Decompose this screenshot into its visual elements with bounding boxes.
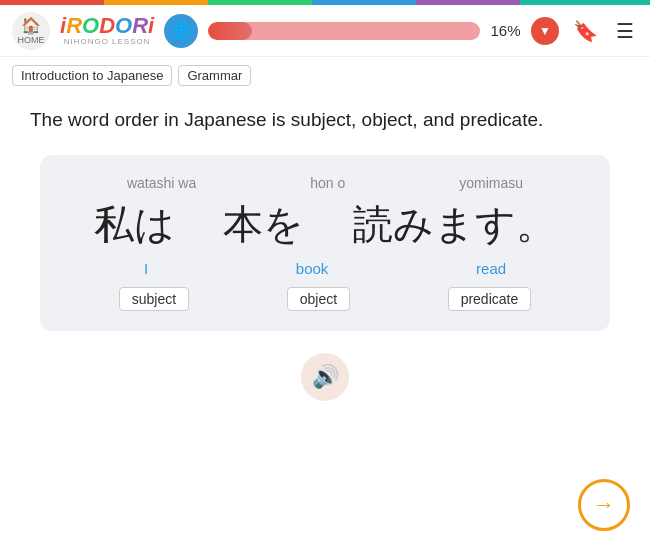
- progress-dropdown-button[interactable]: ▼: [531, 17, 559, 45]
- japanese-char-1: 私は: [94, 197, 175, 252]
- label-subject: subject: [119, 287, 189, 311]
- home-label: HOME: [18, 35, 45, 45]
- next-icon: →: [593, 492, 615, 518]
- audio-icon: 🔊: [312, 364, 339, 390]
- home-button[interactable]: 🏠 HOME: [12, 12, 50, 50]
- progress-section: 16% ▼: [208, 17, 559, 45]
- bookmark-button[interactable]: 🔖: [569, 15, 602, 47]
- logo-tagline: NIHONGO LESSON: [64, 37, 151, 46]
- japanese-char-3: 読みます。: [353, 197, 556, 252]
- main-content: The word order in Japanese is subject, o…: [0, 90, 650, 417]
- translation-2: book: [296, 260, 329, 277]
- japanese-char-2: 本を: [223, 197, 304, 252]
- progress-fill: [208, 22, 251, 40]
- breadcrumb: Introduction to Japanese Grammar: [0, 57, 650, 90]
- dropdown-icon: ▼: [539, 24, 551, 38]
- translation-1: I: [144, 260, 148, 277]
- breadcrumb-item-2[interactable]: Grammar: [178, 65, 251, 86]
- label-predicate: predicate: [448, 287, 532, 311]
- translation-row: I book read: [70, 260, 580, 277]
- romanji-2: hon o: [310, 175, 345, 191]
- label-object: object: [287, 287, 350, 311]
- label-row: subject object predicate: [70, 287, 580, 311]
- translate-button[interactable]: 🌐: [164, 14, 198, 48]
- progress-text: 16%: [488, 22, 523, 39]
- audio-button[interactable]: 🔊: [301, 353, 349, 401]
- breadcrumb-item-1[interactable]: Introduction to Japanese: [12, 65, 172, 86]
- logo: iRODORi NIHONGO LESSON: [60, 15, 154, 46]
- romanji-3: yomimasu: [459, 175, 523, 191]
- japanese-text-row: 私は 本を 読みます。: [70, 197, 580, 252]
- romanji-1: watashi wa: [127, 175, 196, 191]
- romanji-row: watashi wa hon o yomimasu: [70, 175, 580, 191]
- progress-bar: [208, 22, 480, 40]
- description-text: The word order in Japanese is subject, o…: [30, 106, 620, 135]
- header: 🏠 HOME iRODORi NIHONGO LESSON 🌐 16% ▼ 🔖 …: [0, 5, 650, 57]
- next-button-container: →: [578, 479, 630, 531]
- next-button[interactable]: →: [578, 479, 630, 531]
- japanese-card: watashi wa hon o yomimasu 私は 本を 読みます。 I …: [40, 155, 610, 331]
- audio-section: 🔊: [30, 353, 620, 401]
- translation-3: read: [476, 260, 506, 277]
- menu-button[interactable]: ☰: [612, 15, 638, 47]
